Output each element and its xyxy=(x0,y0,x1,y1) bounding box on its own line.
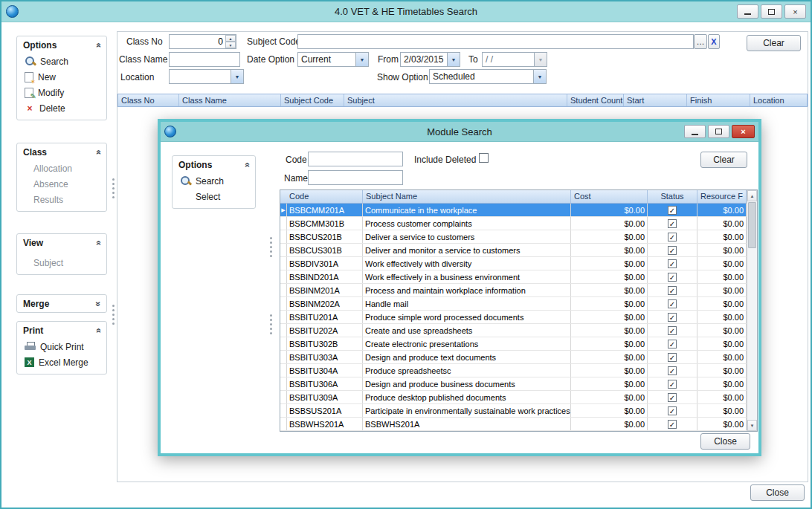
status-checkbox[interactable]: ✓ xyxy=(668,273,677,282)
results-column-header[interactable]: Location xyxy=(750,94,808,106)
dropdown-arrow-icon[interactable]: ▼ xyxy=(447,53,460,66)
status-checkbox[interactable]: ✓ xyxy=(668,406,677,415)
table-row[interactable]: BSBITU304AProduce spreadsheetsc$0.00✓$0.… xyxy=(280,364,747,377)
maximize-button[interactable] xyxy=(761,4,782,19)
sidebar-item-results[interactable]: Results xyxy=(17,192,106,207)
modal-splitter[interactable] xyxy=(269,314,272,334)
modal-maximize-button[interactable] xyxy=(708,125,729,138)
clear-button[interactable]: Clear xyxy=(747,35,801,51)
table-row[interactable]: BSBIND201AWork effectively in a business… xyxy=(280,270,747,284)
status-checkbox[interactable]: ✓ xyxy=(668,340,677,348)
sidebar-item-quick-print[interactable]: Quick Print xyxy=(17,339,106,354)
date-option-dropdown[interactable]: Current ▼ xyxy=(297,52,369,67)
table-row[interactable]: BSBITU201AProduce simple word processed … xyxy=(280,311,747,324)
subject-code-browse-button[interactable]: … xyxy=(694,34,707,49)
from-date-dropdown[interactable]: 2/03/2015 ▼ xyxy=(400,52,460,67)
results-column-header[interactable]: Student Count xyxy=(567,94,624,106)
table-row[interactable]: BSBCMM301BProcess customer complaints$0.… xyxy=(280,217,747,230)
status-checkbox[interactable]: ✓ xyxy=(668,233,677,241)
table-row[interactable]: BSBITU302BCreate electronic presentation… xyxy=(280,337,747,351)
status-checkbox[interactable]: ✓ xyxy=(668,259,677,268)
table-row[interactable]: BSBINM202AHandle mail$0.00✓$0.00 xyxy=(280,297,747,311)
results-column-header[interactable]: Class No xyxy=(118,94,179,106)
modal-options-panel-header[interactable]: Options » xyxy=(173,156,255,173)
results-column-header[interactable]: Start xyxy=(624,94,687,106)
sidebar-splitter[interactable] xyxy=(112,178,115,198)
view-panel-header[interactable]: View » xyxy=(17,234,106,251)
modal-titlebar[interactable]: Module Search × xyxy=(161,122,758,142)
spin-down-icon[interactable]: ▼ xyxy=(225,42,236,48)
status-checkbox[interactable]: ✓ xyxy=(668,366,677,375)
modal-sidebar-item-search[interactable]: Search xyxy=(173,173,255,189)
module-column-header[interactable]: Cost xyxy=(571,190,648,203)
dropdown-arrow-icon[interactable]: ▼ xyxy=(533,70,546,83)
sidebar-item-absence[interactable]: Absence xyxy=(17,176,106,192)
to-date-dropdown[interactable]: / / ▼ xyxy=(482,52,547,67)
modal-splitter[interactable] xyxy=(269,237,272,257)
show-option-dropdown[interactable]: Scheduled ▼ xyxy=(429,69,547,84)
scrollbar-thumb[interactable] xyxy=(748,202,756,248)
status-checkbox[interactable]: ✓ xyxy=(668,313,677,322)
status-checkbox[interactable]: ✓ xyxy=(668,326,677,335)
dropdown-arrow-icon[interactable]: ▼ xyxy=(355,53,368,66)
module-column-header[interactable]: Subject Name xyxy=(363,190,571,203)
status-checkbox[interactable]: ✓ xyxy=(668,393,677,402)
status-checkbox[interactable]: ✓ xyxy=(668,219,677,228)
dropdown-arrow-icon[interactable]: ▼ xyxy=(231,70,243,83)
main-close-button[interactable]: Close xyxy=(750,484,805,501)
table-row[interactable]: BSBITU306ADesign and produce business do… xyxy=(280,377,747,391)
class-name-input[interactable] xyxy=(169,52,240,67)
table-row[interactable]: BSBSUS201AParticipate in environmentally… xyxy=(280,404,747,418)
spin-up-icon[interactable]: ▲ xyxy=(225,35,236,42)
module-column-header[interactable]: Status xyxy=(648,190,697,203)
results-column-header[interactable]: Class Name xyxy=(179,94,281,106)
status-checkbox[interactable]: ✓ xyxy=(668,299,677,308)
table-row[interactable]: BSBDIV301AWork effectively with diversit… xyxy=(280,257,747,270)
name-input[interactable] xyxy=(308,170,403,185)
sidebar-item-search[interactable]: Search xyxy=(17,54,106,69)
close-window-button[interactable]: × xyxy=(784,4,806,19)
sidebar-item-new[interactable]: New xyxy=(17,69,106,85)
merge-panel-header[interactable]: Merge » xyxy=(17,295,106,312)
code-input[interactable] xyxy=(308,152,403,166)
table-row[interactable]: BSBCUS201BDeliver a service to customers… xyxy=(280,230,747,244)
module-column-header[interactable]: Resource F xyxy=(697,190,747,203)
sidebar-splitter[interactable] xyxy=(112,305,115,325)
class-panel-header[interactable]: Class » xyxy=(17,143,106,161)
results-column-header[interactable]: Finish xyxy=(687,94,750,106)
sidebar-item-allocation[interactable]: Allocation xyxy=(17,161,106,176)
status-checkbox[interactable]: ✓ xyxy=(668,420,677,429)
modal-clear-button[interactable]: Clear xyxy=(700,152,747,168)
status-checkbox[interactable]: ✓ xyxy=(668,246,677,255)
table-row[interactable]: BSBITU202ACreate and use spreadsheets$0.… xyxy=(280,324,747,337)
main-titlebar[interactable]: 4.0 VET & HE Timetables Search × xyxy=(1,1,811,22)
subject-code-input[interactable] xyxy=(297,34,694,49)
modal-sidebar-item-select[interactable]: Select xyxy=(173,189,255,204)
scroll-down-icon[interactable]: ▼ xyxy=(747,420,757,431)
print-panel-header[interactable]: Print » xyxy=(17,322,106,339)
table-row[interactable]: ▶BSBCMM201ACommunicate in the workplace$… xyxy=(280,204,747,217)
table-row[interactable]: BSBCUS301BDeliver and monitor a service … xyxy=(280,244,747,257)
status-checkbox[interactable]: ✓ xyxy=(668,353,677,362)
status-checkbox[interactable]: ✓ xyxy=(668,286,677,295)
subject-code-clear-button[interactable]: X xyxy=(708,34,720,49)
location-dropdown[interactable]: ▼ xyxy=(169,69,244,84)
table-row[interactable]: BSBITU309AProduce desktop published docu… xyxy=(280,391,747,404)
sidebar-item-subject[interactable]: Subject xyxy=(17,255,106,270)
table-row[interactable]: BSBITU303ADesign and produce text docume… xyxy=(280,351,747,364)
include-deleted-checkbox[interactable] xyxy=(479,153,489,163)
sidebar-item-delete[interactable]: × Delete xyxy=(17,100,106,116)
table-row[interactable]: BSBWHS201ABSBWHS201A$0.00✓$0.00 xyxy=(280,418,747,431)
status-checkbox[interactable]: ✓ xyxy=(668,380,677,389)
table-row[interactable]: BSBINM201AProcess and maintain workplace… xyxy=(280,284,747,297)
minimize-button[interactable] xyxy=(737,4,758,19)
status-checkbox[interactable]: ✓ xyxy=(668,206,677,215)
modal-minimize-button[interactable] xyxy=(684,125,706,138)
options-panel-header[interactable]: Options » xyxy=(17,36,106,54)
vertical-scrollbar[interactable]: ▲ ▼ xyxy=(747,190,757,431)
sidebar-item-modify[interactable]: Modify xyxy=(17,85,106,100)
modal-close-button[interactable]: Close xyxy=(700,433,750,450)
results-column-header[interactable]: Subject Code xyxy=(281,94,344,106)
sidebar-item-excel-merge[interactable]: X Excel Merge xyxy=(17,354,106,370)
modal-close-window-button[interactable]: × xyxy=(732,125,755,138)
